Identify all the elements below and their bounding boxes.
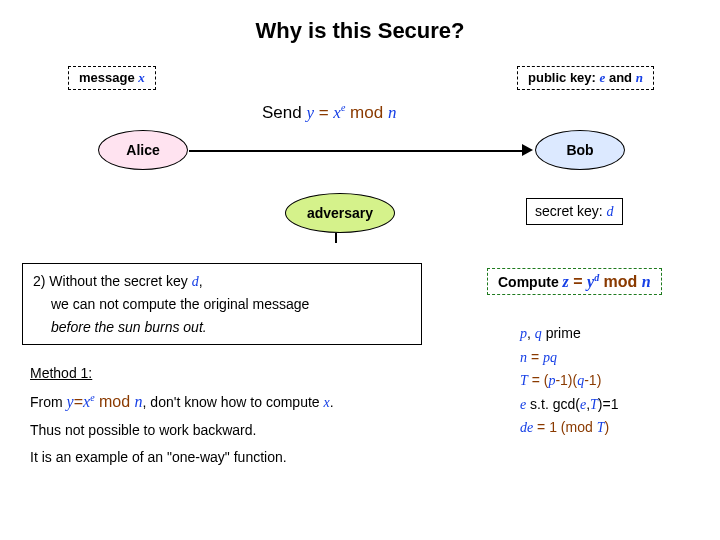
- maths-n: n: [520, 350, 527, 365]
- maths-l4b: s.t. gcd(: [526, 396, 580, 412]
- m1-y: y: [67, 393, 74, 410]
- method1-line2: Thus not possible to work backward.: [30, 417, 460, 444]
- maths-l5b: = 1 (mod: [533, 419, 596, 435]
- method1-line3: It is an example of an "one-way" functio…: [30, 444, 460, 471]
- method1-block: Method 1: From y=xe mod n, don't know ho…: [30, 360, 460, 470]
- maths-l2b: =: [527, 349, 543, 365]
- maths-l3d: -1)(: [555, 372, 577, 388]
- maths-block: p, q prime n = pq T = (p-1)(q-1) e s.t. …: [520, 320, 618, 442]
- message-box: message x: [68, 66, 156, 90]
- alice-node: Alice: [98, 130, 188, 170]
- arrow-alice-bob: [189, 150, 522, 152]
- var-n: n: [636, 70, 643, 85]
- maths-p: p: [520, 326, 527, 341]
- pubkey-and: and: [605, 70, 635, 85]
- maths-l3f: -1): [584, 372, 601, 388]
- maths-l4f: )=1: [598, 396, 619, 412]
- send-label: Send: [262, 103, 306, 122]
- compute-eqop: =: [569, 273, 587, 290]
- m1-eqop: =: [74, 393, 83, 410]
- maths-l3: T = (p-1)(q-1): [520, 371, 618, 391]
- alice-label: Alice: [126, 142, 159, 158]
- compute-mod: mod: [599, 273, 642, 290]
- var-x: x: [138, 70, 145, 85]
- method1-line1: From y=xe mod n, don't know how to compu…: [30, 387, 460, 417]
- compute-box: Compute z = yd mod n: [487, 268, 662, 295]
- maths-T: T: [520, 373, 528, 388]
- maths-l1: p, q prime: [520, 324, 618, 344]
- note-l3: before the sun burns out.: [33, 316, 411, 338]
- bob-label: Bob: [566, 142, 593, 158]
- maths-l1d: prime: [542, 325, 581, 341]
- m1-l1c: .: [330, 394, 334, 410]
- maths-l5: de = 1 (mod T): [520, 418, 618, 438]
- public-key-box: public key: e and n: [517, 66, 654, 90]
- m1-l1a: From: [30, 394, 67, 410]
- maths-l3b: = (: [528, 372, 549, 388]
- bob-node: Bob: [535, 130, 625, 170]
- adversary-label: adversary: [307, 205, 373, 221]
- pubkey-label: public key:: [528, 70, 600, 85]
- note-box: 2) Without the secret key d, we can not …: [22, 263, 422, 345]
- send-n: n: [388, 103, 397, 122]
- maths-q: q: [535, 326, 542, 341]
- note-l1b: ,: [199, 273, 203, 289]
- var-d: d: [607, 204, 614, 219]
- page-title: Why is this Secure?: [0, 0, 720, 44]
- send-eqop: =: [314, 103, 333, 122]
- note-l2: we can not compute the original message: [33, 293, 411, 315]
- maths-l5d: ): [604, 419, 609, 435]
- send-y: y: [306, 103, 314, 122]
- arrow-alice-bob-head: [522, 144, 533, 156]
- m1-n: n: [135, 393, 143, 410]
- secret-key-box: secret key: d: [526, 198, 623, 225]
- send-mod: mod: [345, 103, 388, 122]
- note-l1a: 2) Without the secret key: [33, 273, 192, 289]
- compute-n: n: [642, 273, 651, 290]
- send-x: x: [333, 103, 341, 122]
- note-l1-d: d: [192, 274, 199, 289]
- m1-mod: mod: [95, 393, 135, 410]
- maths-T2: T: [590, 397, 598, 412]
- secretkey-label: secret key:: [535, 203, 607, 219]
- maths-pq: pq: [543, 350, 557, 365]
- note-l1: 2) Without the secret key d,: [33, 270, 411, 293]
- maths-l1b: ,: [527, 325, 535, 341]
- maths-l2: n = pq: [520, 348, 618, 368]
- compute-prefix: Compute: [498, 274, 563, 290]
- maths-de: de: [520, 420, 533, 435]
- adversary-connector: [335, 233, 337, 243]
- method1-heading: Method 1:: [30, 360, 460, 387]
- message-label: message: [79, 70, 138, 85]
- send-equation: Send y = xe mod n: [262, 102, 396, 123]
- adversary-node: adversary: [285, 193, 395, 233]
- maths-l4: e s.t. gcd(e,T)=1: [520, 395, 618, 415]
- m1-l1b: , don't know how to compute: [143, 394, 324, 410]
